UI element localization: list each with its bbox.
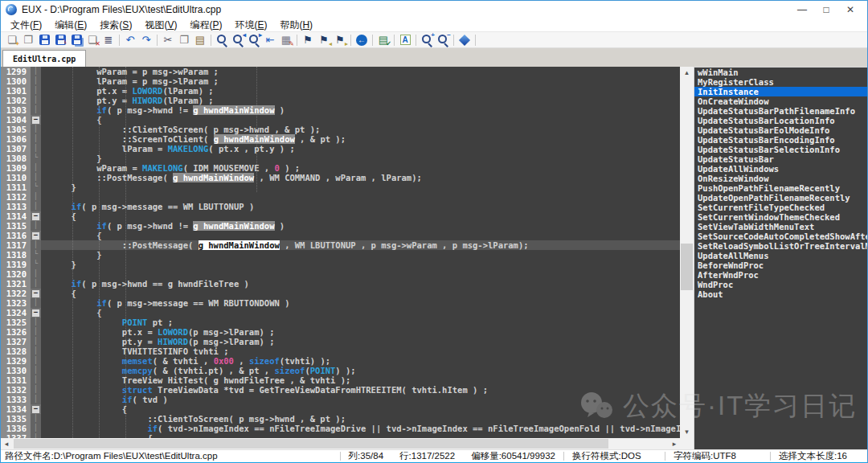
code-line[interactable]: 1311└ } [1,182,680,192]
code-text[interactable]: pt.y = HIWORD(lParam) ; [41,96,680,105]
code-line[interactable]: 1303│ if( p_msg->hwnd != g_hwndMainWindo… [1,105,680,115]
code-line[interactable]: 1326│ pt.x = LOWORD(p_msg->lParam) ; [1,327,680,337]
function-list-item[interactable]: BeforeWndProc [694,260,867,270]
zoom-out-button[interactable]: − [435,33,451,47]
code-line[interactable]: 1306│ ::ScreenToClient( g_hwndMainWindow… [1,134,680,144]
code-text[interactable]: { [41,289,680,298]
code-text[interactable]: { [41,404,680,414]
code-text[interactable] [41,269,680,279]
code-line[interactable]: 1307│ lParam = MAKELONG( pt.x , pt.y ) ; [1,144,680,154]
function-list-item[interactable]: SetViewTabWidthMenuText [694,222,867,232]
code-line[interactable]: 1324− { [1,308,680,318]
save-all-button[interactable] [68,33,84,47]
find-button[interactable] [214,33,230,47]
vertical-scroll-track[interactable] [680,79,694,426]
code-text[interactable]: { [41,115,680,125]
file-list-button[interactable]: ≣ [100,33,117,47]
code-line[interactable]: 1302│ pt.y = HIWORD(lParam) ; [1,96,680,105]
scroll-right-arrow-icon[interactable]: ▸ [669,440,680,448]
copy-button[interactable]: ❐ [176,33,192,47]
function-list-item[interactable]: OnResizeWindow [694,174,867,183]
code-text[interactable]: if( p_msg->message == WM_RBUTTONDOWN ) [41,298,680,308]
minimize-button[interactable]: — [790,1,814,18]
code-line[interactable]: 1318└ } [1,250,680,260]
code-text[interactable]: pt.x = LOWORD(lParam) ; [41,86,680,96]
fold-marker[interactable]: − [31,115,41,125]
function-list-item[interactable]: About [694,289,867,299]
code-text[interactable]: if( p_msg->hwnd == g_hwndFileTree ) [41,279,680,289]
code-text[interactable]: { [41,211,680,221]
navigate-back-button[interactable] [354,33,370,47]
code-text[interactable]: pt.x = LOWORD(p_msg->lParam) ; [41,327,680,337]
menu-item-view[interactable]: 视图(V) [138,18,183,32]
code-text[interactable]: if( p_msg->hwnd != g_hwndMainWindow ) [41,221,680,231]
code-line[interactable]: 1329│ memset( & tvhti , 0x00 , sizeof(tv… [1,356,680,366]
prev-bookmark-button[interactable]: ⚑◂ [316,33,332,47]
vertical-scrollbar[interactable]: ▴ ▾ [680,67,694,449]
code-text[interactable]: ::ClientToScreen( p_msg->hwnd , & pt ); [41,414,680,424]
code-text[interactable]: POINT pt ; [41,318,680,327]
code-line[interactable]: 1323│ if( p_msg->message == WM_RBUTTONDO… [1,298,680,308]
code-text[interactable]: memset( & tvhti , 0x00 , sizeof(tvhti) )… [41,356,680,366]
code-line[interactable]: 1319└ } [1,260,680,269]
code-text[interactable]: } [41,154,680,163]
code-line[interactable]: 1320│ [1,269,680,279]
code-line[interactable]: 1308└ } [1,154,680,163]
function-list-item[interactable]: UpdateStatusBarPathFilenameInfo [694,106,867,116]
code-text[interactable]: struct TreeViewData *tvd = GetTreeViewDa… [41,385,680,395]
function-list-item[interactable]: SetSourceCodeAutoCompletedShowAfterEnter [694,232,867,241]
menu-item-help[interactable]: 帮助(H) [273,18,319,32]
bookmark-button[interactable]: ⚑ [300,33,316,47]
syntax-color-button[interactable] [397,33,413,47]
function-list-item[interactable]: SetCurrentWindowThemeChecked [694,212,867,222]
code-line[interactable]: 1316− { [1,231,680,240]
paste-button[interactable]: ▤ [192,33,208,47]
function-list-item[interactable]: PushOpenPathFilenameRecently [694,183,867,193]
code-line[interactable]: 1334− { [1,404,680,414]
next-bookmark-button[interactable]: ⚑▸ [332,33,348,47]
open-file-button[interactable]: ❐ [20,33,36,47]
function-list-item[interactable]: UpdateAllMenus [694,251,867,260]
scroll-left-arrow-icon[interactable]: ◂ [1,440,12,448]
code-line[interactable]: 1325│ POINT pt ; [1,318,680,327]
find-prev-button[interactable]: ◂ [230,33,246,47]
code-text[interactable]: wParam = MAKELONG( IDM_MOUSEMOVE , 0 ) ; [41,163,680,173]
code-line[interactable]: 1313│ if( p_msg->message == WM_LBUTTONUP… [1,202,680,211]
horizontal-scroll-track[interactable] [12,438,669,449]
scroll-down-arrow-icon[interactable]: ▾ [680,426,694,438]
code-text[interactable]: ::ClientToScreen( p_msg->hwnd , & pt ); [41,125,680,134]
code-text[interactable]: if( tvd->nImageIndex == nFileTreeImageDr… [41,424,680,433]
todo-list-button[interactable]: ▤✔ [375,33,391,47]
code-text[interactable]: lParam = MAKELONG( pt.x , pt.y ) ; [41,144,680,154]
function-list-item[interactable]: UpdateStatusBarEolModeInfo [694,125,867,135]
function-list-item[interactable]: InitInstance [694,87,867,96]
close-file-button[interactable]: ❏✕ [84,33,100,47]
code-text[interactable]: { [41,231,680,240]
code-text[interactable]: lParam = p_msg->lParam ; [41,76,680,86]
save-as-button[interactable]: ✎ [52,33,68,47]
new-file-button[interactable]: ❏✦ [4,33,20,47]
code-line[interactable]: 1310│ ::PostMessage( g_hwndMainWindow , … [1,173,680,182]
about-button[interactable] [457,33,473,47]
tab-editultra-cpp[interactable]: EditUltra.cpp [2,50,86,67]
save-button[interactable] [36,33,52,47]
code-line[interactable]: 1322− { [1,289,680,298]
code-line[interactable]: 1301│ pt.x = LOWORD(lParam) ; [1,86,680,96]
code-line[interactable]: 1312│ [1,192,680,202]
code-line[interactable]: 1336│ if( tvd->nImageIndex == nFileTreeI… [1,424,680,433]
redo-button[interactable]: ↷ [138,33,154,47]
code-text[interactable]: ::ScreenToClient( g_hwndMainWindow , & p… [41,134,680,144]
code-line[interactable]: 1333│ if( tvd ) [1,395,680,404]
menu-item-program[interactable]: 编程(P) [183,18,228,32]
function-list-item[interactable]: wWinMain [694,68,867,77]
code-text[interactable]: if( p_msg->hwnd != g_hwndMainWindow ) [41,105,680,115]
code-line[interactable]: 1315│ if( p_msg->hwnd != g_hwndMainWindo… [1,221,680,231]
code-line[interactable]: 1317│ ::PostMessage( g_hwndMainWindow , … [1,240,680,250]
fold-marker[interactable]: − [31,211,41,221]
code-line[interactable]: 1314− { [1,211,680,221]
code-line[interactable]: 1300│ lParam = p_msg->lParam ; [1,76,680,86]
horizontal-scroll-thumb[interactable] [14,439,608,449]
editor[interactable]: 1299│ wParam = p_msg->wParam ;1300│ lPar… [1,67,680,438]
fold-marker[interactable]: − [31,308,41,318]
menu-item-env[interactable]: 环境(E) [228,18,273,32]
